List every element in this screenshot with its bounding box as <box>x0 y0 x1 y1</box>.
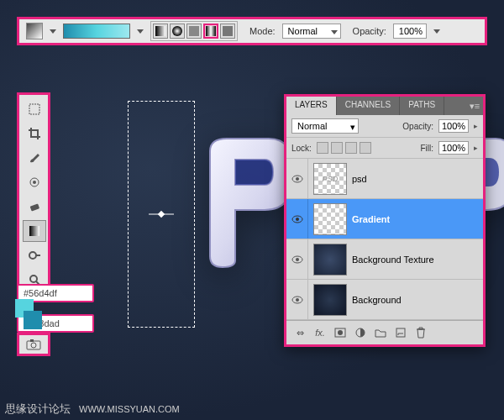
blend-mode-select[interactable]: Normal <box>282 24 341 39</box>
panel-menu-icon[interactable]: ▾≡ <box>466 97 483 115</box>
fx-icon[interactable]: fx. <box>313 326 327 339</box>
layer-thumbnail <box>313 203 347 235</box>
svg-rect-16 <box>30 339 34 342</box>
snapshot-tool[interactable] <box>17 333 50 356</box>
tool-marquee[interactable] <box>23 98 46 120</box>
gradient-preview[interactable] <box>63 24 130 39</box>
opacity-dropdown-icon[interactable] <box>433 28 440 34</box>
opacity-label: Opacity: <box>353 26 386 36</box>
svg-rect-0 <box>155 26 165 36</box>
svg-rect-5 <box>29 104 39 114</box>
panel-footer: ⇔ fx. <box>286 320 483 344</box>
svg-point-10 <box>29 252 36 259</box>
svg-point-26 <box>338 330 343 335</box>
marquee-selection <box>128 101 195 328</box>
gradient-type-linear[interactable] <box>153 24 168 39</box>
layer-thumbnail <box>313 284 347 316</box>
layer-name: Background Texture <box>352 255 434 265</box>
opacity-input[interactable]: 100% <box>393 24 427 39</box>
tab-layers[interactable]: LAYERS <box>286 97 337 115</box>
layer-row[interactable]: Gradient <box>286 199 483 239</box>
svg-point-20 <box>296 218 299 221</box>
fill-label: Fill: <box>420 144 433 153</box>
tool-gradient[interactable] <box>23 220 46 242</box>
group-icon[interactable] <box>374 326 387 339</box>
gradient-options-bar: Mode: Normal Opacity: 100% <box>17 17 487 45</box>
layer-name: psd <box>352 174 367 184</box>
mask-icon[interactable] <box>333 326 347 339</box>
svg-rect-28 <box>396 328 405 337</box>
mode-label: Mode: <box>249 26 276 36</box>
blend-mode-value: Normal <box>288 26 318 36</box>
eye-icon <box>291 255 303 264</box>
layer-thumbnail <box>313 244 347 276</box>
visibility-toggle[interactable] <box>286 199 308 239</box>
new-layer-icon[interactable] <box>394 326 407 339</box>
svg-point-12 <box>30 276 37 282</box>
lock-position-icon[interactable] <box>345 142 357 154</box>
svg-rect-4 <box>223 26 233 36</box>
lock-label: Lock: <box>291 144 312 153</box>
link-layers-icon[interactable]: ⇔ <box>293 326 307 339</box>
adjustment-icon[interactable] <box>354 326 367 339</box>
gradient-type-radial[interactable] <box>170 24 185 39</box>
lock-icons <box>317 142 371 154</box>
layer-name: Gradient <box>352 214 390 224</box>
svg-rect-8 <box>30 203 39 211</box>
eye-icon <box>291 215 303 223</box>
tab-channels[interactable]: CHANNELS <box>337 97 400 115</box>
fill-input[interactable]: 100% <box>438 141 469 155</box>
opacity-value: 100% <box>399 26 423 36</box>
gradient-type-angle[interactable] <box>186 24 202 39</box>
svg-point-24 <box>296 298 299 302</box>
gradient-swatch-stack <box>15 299 42 329</box>
tools-palette <box>17 92 50 297</box>
panel-lock-row: Lock: Fill: 100% ▸ <box>286 138 483 159</box>
chevron-right-icon[interactable]: ▸ <box>474 122 478 130</box>
layers-panel: LAYERS CHANNELS PATHS ▾≡ Normal▾ Opacity… <box>284 94 486 347</box>
watermark-cn: 思缘设计论坛 <box>5 402 71 417</box>
trash-icon[interactable] <box>414 326 428 339</box>
visibility-toggle[interactable] <box>286 159 308 198</box>
visibility-toggle[interactable] <box>286 280 308 319</box>
watermark: 思缘设计论坛 WWW.MISSYUAN.COM <box>5 402 180 417</box>
chevron-down-icon <box>331 29 338 35</box>
svg-point-1 <box>172 26 182 36</box>
chevron-right-icon[interactable]: ▸ <box>474 144 478 152</box>
layer-blend-value: Normal <box>297 121 327 131</box>
layer-thumbnail: PSD <box>313 163 347 195</box>
tool-crop[interactable] <box>23 123 46 144</box>
gradient-type-diamond[interactable] <box>220 24 235 39</box>
svg-point-7 <box>33 181 36 184</box>
gradient-type-reflected[interactable] <box>203 24 218 39</box>
layer-row[interactable]: PSD psd <box>286 159 483 199</box>
tab-paths[interactable]: PATHS <box>400 97 444 115</box>
eye-icon <box>291 175 303 183</box>
tool-spot-heal[interactable] <box>23 171 46 193</box>
svg-point-18 <box>296 177 299 181</box>
layer-name: Background <box>352 295 402 305</box>
swatch-dark <box>24 311 42 329</box>
layer-opacity-label: Opacity: <box>402 122 433 131</box>
foreground-swatch[interactable] <box>26 23 43 39</box>
tool-brush[interactable] <box>23 147 46 169</box>
watermark-url: WWW.MISSYUAN.COM <box>79 404 180 414</box>
svg-rect-3 <box>206 26 216 36</box>
lock-pixels-icon[interactable] <box>331 142 343 154</box>
panel-tabs: LAYERS CHANNELS PATHS ▾≡ <box>286 97 483 115</box>
tool-eraser[interactable] <box>23 196 46 218</box>
visibility-toggle[interactable] <box>286 239 308 279</box>
layer-opacity-value: 100% <box>442 121 465 131</box>
layer-opacity-input[interactable]: 100% <box>438 119 469 133</box>
lock-transparency-icon[interactable] <box>317 142 328 154</box>
gradient-dropdown-icon[interactable] <box>137 28 144 34</box>
svg-point-22 <box>296 258 299 261</box>
tool-dodge[interactable] <box>23 244 46 266</box>
layer-row[interactable]: Background <box>286 280 483 320</box>
chevron-down-icon: ▾ <box>350 122 355 133</box>
layer-blend-select[interactable]: Normal▾ <box>291 118 359 134</box>
layers-list: PSD psd Gradient Background Texture Back… <box>286 159 483 320</box>
lock-all-icon[interactable] <box>360 142 371 154</box>
layer-row[interactable]: Background Texture <box>286 239 483 280</box>
swatch-dropdown-icon[interactable] <box>50 28 56 34</box>
